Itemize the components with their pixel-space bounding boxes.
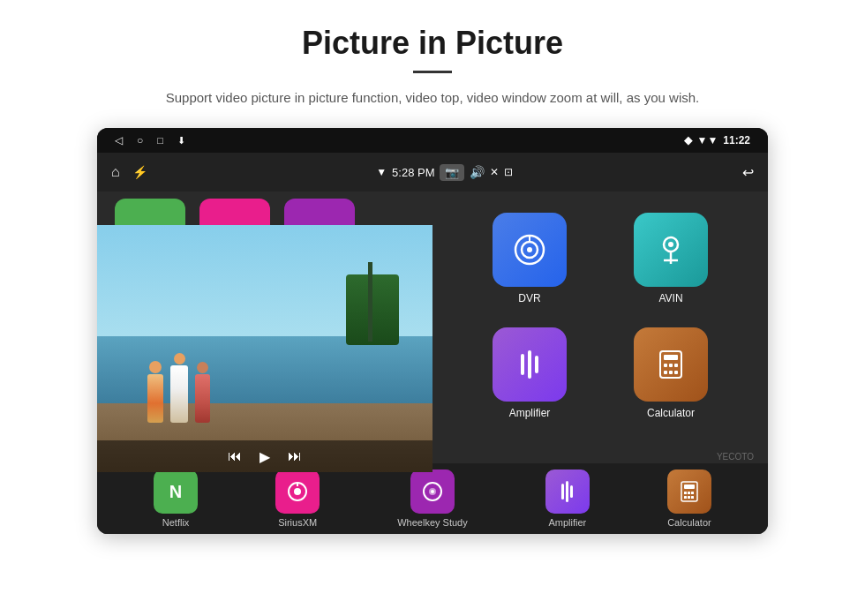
siriusxm-bottom-icon[interactable]: SiriusXM: [275, 470, 320, 528]
toolbar-center: ▼ 5:28 PM 📷 🔊 ✕ ⊡: [376, 164, 513, 181]
svg-rect-15: [674, 364, 678, 367]
netflix-bottom-icon[interactable]: N Netflix: [154, 470, 198, 528]
svg-rect-9: [528, 350, 531, 379]
status-bar-right: ◆ ▼▼ 11:22: [684, 134, 750, 146]
device-frame: ◁ ○ □ ⬇ ◆ ▼▼ 11:22 ⌂ ⚡ ▼ 5:28 PM: [97, 128, 768, 534]
device-content: 📷 − + ✕: [97, 192, 768, 534]
amplifier-bottom-svg: [555, 479, 580, 504]
back-toolbar-icon[interactable]: ↩: [742, 164, 754, 181]
wheelkey-bottom-icon[interactable]: Wheelkey Study: [397, 470, 467, 528]
pip-video-content: [97, 225, 432, 472]
siriusxm-icon-box: [275, 470, 320, 514]
dvr-app-icon[interactable]: DVR: [459, 213, 600, 327]
status-time: 11:22: [723, 134, 750, 146]
skip-forward-icon[interactable]: ⏭: [288, 448, 302, 464]
amplifier-bottom-icon[interactable]: Amplifier: [545, 470, 590, 528]
wheelkey-label: Wheelkey Study: [397, 517, 467, 528]
svg-point-2: [527, 247, 532, 252]
bottom-app-row: N Netflix SiriusXM: [97, 463, 768, 534]
amplifier-bottom-label: Amplifier: [548, 517, 586, 528]
svg-rect-14: [669, 364, 673, 367]
svg-rect-8: [521, 354, 524, 375]
toolbar-time: 5:28 PM: [392, 166, 434, 179]
window-toolbar-icon[interactable]: ⊡: [504, 166, 513, 178]
location-icon: ◆: [684, 134, 692, 146]
amplifier-bottom-icon-box: [545, 470, 590, 514]
svg-rect-30: [684, 492, 687, 494]
svg-rect-27: [570, 485, 573, 498]
avin-app-icon[interactable]: AVIN: [600, 213, 741, 327]
svg-rect-25: [561, 484, 564, 500]
svg-rect-26: [566, 481, 568, 502]
svg-rect-35: [691, 496, 694, 499]
calculator-label: Calculator: [647, 407, 695, 419]
amplifier-label: Amplifier: [509, 407, 551, 419]
calculator-bottom-icon[interactable]: Calculator: [667, 470, 711, 528]
amplifier-app-icon[interactable]: Amplifier: [459, 327, 600, 442]
svg-rect-13: [664, 364, 667, 367]
svg-rect-33: [684, 496, 687, 499]
toolbar-right: ↩: [742, 164, 754, 181]
close-toolbar-icon[interactable]: ✕: [490, 166, 499, 178]
avin-icon-box: [634, 213, 708, 287]
wheelkey-icon-svg: [420, 479, 445, 504]
status-bar: ◁ ○ □ ⬇ ◆ ▼▼ 11:22: [97, 128, 768, 153]
calculator-icon-box: [634, 327, 708, 402]
calculator-icon-svg: [653, 347, 688, 382]
status-bar-left: ◁ ○ □ ⬇: [115, 134, 185, 146]
back-nav-icon[interactable]: ◁: [115, 134, 123, 146]
svg-rect-34: [688, 496, 690, 499]
svg-rect-16: [664, 371, 667, 374]
app-icons-grid: DVR AVIN: [432, 192, 768, 463]
calculator-bottom-icon-box: [667, 470, 711, 514]
svg-rect-12: [664, 355, 678, 360]
wifi-toolbar-icon: ▼: [376, 166, 387, 178]
skip-back-icon[interactable]: ⏮: [228, 448, 242, 464]
watermark: YECOTO: [717, 452, 754, 462]
usb-icon: ⚡: [132, 165, 147, 179]
recents-nav-icon[interactable]: □: [157, 135, 163, 146]
amplifier-icon-box: [493, 327, 567, 402]
title-divider: [413, 71, 452, 73]
dvr-icon-svg: [512, 232, 547, 267]
amplifier-icon-svg: [512, 347, 547, 382]
download-icon: ⬇: [177, 135, 185, 146]
home-nav-icon[interactable]: ○: [137, 134, 143, 146]
calculator-app-icon[interactable]: Calculator: [600, 327, 741, 442]
siriusxm-icon-svg: [285, 479, 310, 504]
svg-rect-29: [684, 485, 695, 489]
calculator-bottom-svg: [677, 479, 702, 504]
calculator-bottom-label: Calculator: [667, 517, 711, 528]
svg-rect-17: [669, 371, 673, 374]
home-icon[interactable]: ⌂: [111, 164, 120, 180]
wheelkey-icon-box: [410, 470, 455, 514]
dvr-label: DVR: [518, 292, 540, 304]
svg-rect-18: [674, 371, 678, 374]
toolbar-left: ⌂ ⚡: [111, 164, 147, 180]
avin-label: AVIN: [658, 292, 682, 304]
svg-point-5: [668, 242, 673, 247]
svg-point-24: [431, 490, 434, 493]
page-subtitle: Support video picture in picture functio…: [166, 87, 699, 109]
svg-point-20: [294, 488, 301, 495]
svg-rect-31: [688, 492, 690, 494]
svg-rect-32: [691, 492, 694, 494]
netflix-label: Netflix: [162, 517, 190, 528]
page-title: Picture in Picture: [302, 25, 563, 62]
volume-toolbar-icon[interactable]: 🔊: [470, 165, 485, 179]
app-toolbar: ⌂ ⚡ ▼ 5:28 PM 📷 🔊 ✕ ⊡ ↩: [97, 153, 768, 192]
netflix-icon-box: N: [154, 470, 198, 514]
pip-video-bottom-controls[interactable]: ⏮ ▶ ⏭: [97, 440, 432, 472]
avin-icon-svg: [653, 232, 688, 267]
dvr-icon-box: [493, 213, 567, 287]
play-icon[interactable]: ▶: [260, 448, 270, 465]
siriusxm-label: SiriusXM: [278, 517, 317, 528]
svg-rect-10: [535, 356, 538, 373]
camera-active-icon[interactable]: 📷: [440, 164, 464, 181]
wifi-icon: ▼▼: [697, 134, 718, 146]
pip-video-window[interactable]: 📷 − + ✕: [97, 225, 432, 472]
